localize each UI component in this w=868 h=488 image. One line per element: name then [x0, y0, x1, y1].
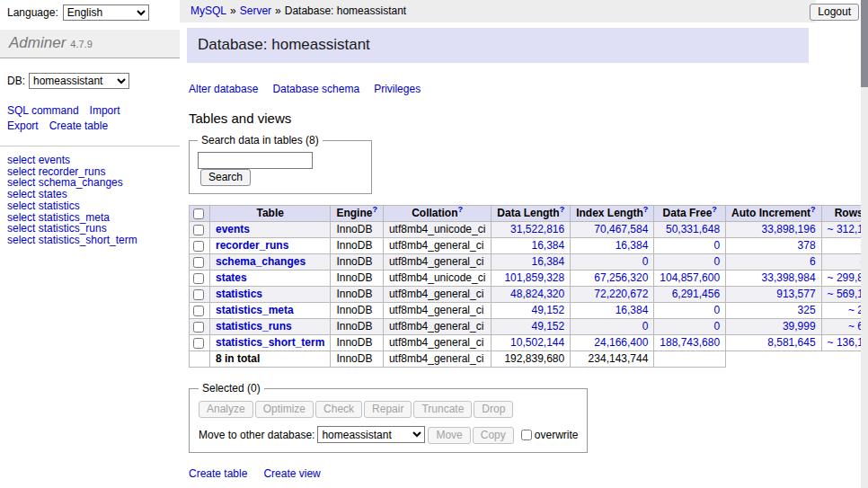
sidebar: Adminer4.7.9 DB:homeassistant SQL comman…: [0, 30, 180, 246]
move-db-select[interactable]: homeassistant: [317, 426, 425, 443]
table-row: statisticsInnoDButf8mb4_general_ci48,824…: [190, 287, 868, 303]
index-length-link[interactable]: 0: [642, 320, 649, 333]
adminer-logo-link[interactable]: Adminer: [9, 34, 66, 51]
auto-increment-link[interactable]: 33,398,984: [762, 271, 816, 284]
table-name-link[interactable]: recorder_runs: [216, 239, 288, 252]
column-help-link[interactable]: ?: [712, 205, 717, 214]
export-link[interactable]: Export: [7, 120, 39, 132]
column-help-link[interactable]: ?: [643, 205, 649, 214]
column-help-link[interactable]: ?: [560, 205, 565, 214]
row-checkbox[interactable]: [193, 306, 204, 316]
cell-data-length: 49,152: [492, 319, 571, 335]
database-schema-link[interactable]: Database schema: [272, 83, 359, 95]
row-checkbox[interactable]: [193, 225, 204, 235]
select-all-checkbox[interactable]: [193, 209, 204, 219]
search-button[interactable]: Search: [200, 169, 251, 186]
row-checkbox[interactable]: [193, 241, 204, 252]
auto-increment-link[interactable]: 39,999: [783, 320, 816, 333]
table-name-link[interactable]: events: [216, 223, 250, 235]
repair-button[interactable]: Repair: [364, 401, 412, 418]
truncate-button[interactable]: Truncate: [413, 401, 472, 418]
optimize-button[interactable]: Optimize: [255, 401, 314, 418]
data-free-link[interactable]: 6,291,456: [672, 288, 720, 300]
data-length-link[interactable]: 48,824,320: [510, 288, 564, 300]
search-input[interactable]: [198, 152, 313, 169]
data-free-link[interactable]: 0: [713, 239, 720, 252]
row-checkbox[interactable]: [193, 322, 204, 333]
cell-data-free: 0: [654, 319, 726, 335]
auto-increment-link[interactable]: 33,898,196: [762, 223, 816, 235]
data-free-link[interactable]: 0: [713, 320, 720, 333]
sidebar-table-link[interactable]: select events: [7, 155, 173, 166]
data-length-link[interactable]: 16,384: [531, 255, 564, 268]
create-table-sidebar-link[interactable]: Create table: [49, 120, 108, 132]
create-links-row: Create tableCreate view: [189, 467, 809, 480]
breadcrumb-server-link[interactable]: Server: [240, 4, 271, 17]
vertical-scrollbar[interactable]: [861, 0, 868, 488]
row-checkbox[interactable]: [193, 338, 204, 349]
db-select[interactable]: homeassistant: [29, 73, 129, 89]
copy-button[interactable]: Copy: [473, 427, 514, 444]
import-link[interactable]: Import: [90, 104, 120, 117]
sidebar-table-link[interactable]: select statistics_short_term: [7, 235, 173, 246]
data-length-link[interactable]: 49,152: [531, 304, 564, 316]
column-help-link[interactable]: ?: [458, 205, 464, 214]
table-name-link[interactable]: states: [216, 271, 247, 284]
auto-increment-link[interactable]: 6: [810, 255, 816, 268]
cell-data-length: 16,384: [492, 254, 571, 271]
column-header-auto-increment: Auto Increment?: [726, 206, 822, 222]
sidebar-table-link[interactable]: select statistics: [7, 200, 173, 212]
table-name-link[interactable]: statistics: [216, 288, 262, 300]
data-free-link[interactable]: 0: [713, 304, 720, 316]
logout-button[interactable]: Logout: [810, 4, 859, 21]
row-checkbox-cell: [190, 271, 210, 287]
index-length-link[interactable]: 72,220,672: [594, 288, 648, 300]
create-view-link[interactable]: Create view: [263, 467, 320, 480]
alter-database-link[interactable]: Alter database: [189, 83, 258, 95]
table-name-link[interactable]: statistics_meta: [216, 304, 294, 316]
create-table-link[interactable]: Create table: [189, 467, 247, 480]
breadcrumb-mysql-link[interactable]: MySQL: [190, 4, 226, 17]
index-length-link[interactable]: 24,166,400: [594, 336, 648, 349]
column-help-link[interactable]: ?: [810, 205, 816, 214]
sql-command-link[interactable]: SQL command: [7, 104, 79, 117]
index-length-link[interactable]: 0: [642, 255, 649, 268]
index-length-link[interactable]: 67,256,320: [594, 271, 648, 284]
sidebar-table-link[interactable]: select states: [7, 189, 173, 200]
column-help-link[interactable]: ?: [372, 205, 377, 214]
index-length-link[interactable]: 70,467,584: [594, 223, 648, 235]
data-free-link[interactable]: 188,743,680: [660, 336, 720, 349]
overwrite-checkbox[interactable]: [521, 430, 532, 440]
row-checkbox[interactable]: [193, 257, 204, 268]
scrollbar-thumb[interactable]: [861, 0, 868, 87]
auto-increment-link[interactable]: 913,577: [776, 288, 815, 300]
analyze-button[interactable]: Analyze: [199, 401, 253, 418]
drop-button[interactable]: Drop: [474, 401, 513, 418]
data-free-link[interactable]: 104,857,600: [660, 271, 720, 284]
data-length-link[interactable]: 10,502,144: [510, 336, 564, 349]
table-name-link[interactable]: statistics_runs: [216, 320, 292, 333]
data-length-link[interactable]: 49,152: [531, 320, 564, 333]
privileges-link[interactable]: Privileges: [374, 83, 421, 95]
index-length-link[interactable]: 16,384: [616, 304, 649, 316]
check-button[interactable]: Check: [315, 401, 362, 418]
data-free-link[interactable]: 0: [713, 255, 720, 268]
data-length-link[interactable]: 31,522,816: [510, 223, 564, 235]
adminer-version[interactable]: 4.7.9: [70, 39, 92, 49]
move-button[interactable]: Move: [428, 427, 470, 444]
row-checkbox[interactable]: [193, 273, 204, 284]
auto-increment-link[interactable]: 8,581,645: [767, 336, 815, 349]
row-checkbox[interactable]: [193, 289, 204, 300]
data-length-link[interactable]: 16,384: [531, 239, 564, 252]
auto-increment-link[interactable]: 378: [798, 239, 816, 252]
breadcrumb-current: Database: homeassistant: [285, 4, 406, 17]
cell-engine: InnoDB: [331, 238, 384, 254]
language-select[interactable]: English: [63, 4, 149, 21]
index-length-link[interactable]: 16,384: [616, 239, 649, 252]
data-free-link[interactable]: 50,331,648: [666, 223, 720, 235]
table-name-link[interactable]: schema_changes: [216, 255, 306, 268]
auto-increment-link[interactable]: 325: [798, 304, 816, 316]
row-checkbox-cell: [190, 335, 210, 351]
table-name-link[interactable]: statistics_short_term: [216, 336, 324, 349]
data-length-link[interactable]: 101,859,328: [504, 271, 564, 284]
